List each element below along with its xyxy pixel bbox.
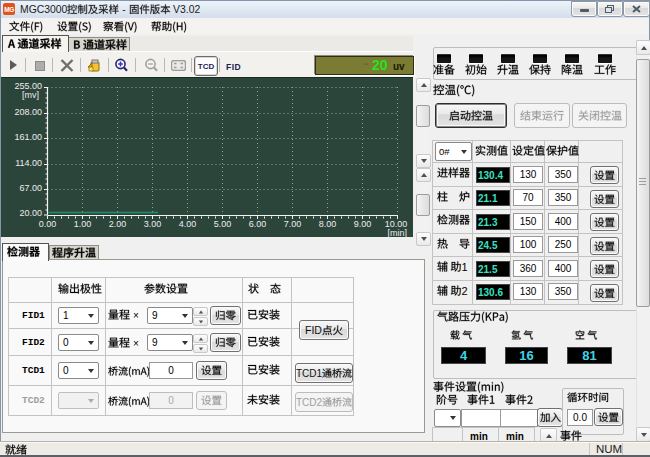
svg-text:3.00: 3.00 [144,219,162,229]
svg-text:208.00: 208.00 [14,107,42,117]
svg-text:[mv]: [mv] [22,90,39,100]
svg-text:114.00: 114.00 [15,158,42,168]
svg-text:2.00: 2.00 [109,219,127,229]
svg-text:10.00: 10.00 [385,219,408,229]
svg-text:5.00: 5.00 [214,219,232,229]
svg-text:1.00: 1.00 [74,219,92,229]
svg-text:255.00: 255.00 [14,81,42,91]
svg-text:9.00: 9.00 [354,219,372,229]
svg-text:161.00: 161.00 [14,132,42,142]
svg-text:6.00: 6.00 [249,219,267,229]
svg-text:0.00: 0.00 [39,219,57,229]
svg-text:8.00: 8.00 [319,219,337,229]
svg-text:[min]: [min] [387,228,407,237]
svg-text:7.00: 7.00 [284,219,302,229]
svg-text:4.00: 4.00 [179,219,197,229]
svg-text:20.00: 20.00 [19,208,42,218]
svg-text:67.00: 67.00 [19,183,42,193]
